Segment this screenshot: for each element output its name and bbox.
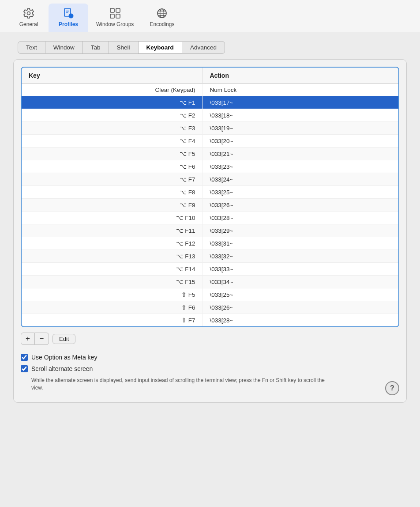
table-row[interactable]: ⇧ F7\033[28~: [22, 314, 398, 327]
toolbar-label-general: General: [19, 21, 38, 27]
table-row[interactable]: ⌥ F4\033[20~: [22, 135, 398, 148]
table-cell-key: ⇧ F7: [22, 314, 202, 327]
table-row[interactable]: ⌥ F9\033[26~: [22, 199, 398, 212]
table-cell-action: \033[26~: [202, 199, 398, 212]
table-row[interactable]: ⌥ F6\033[23~: [22, 160, 398, 173]
bottom-row: While the alternate screen is displayed,…: [21, 377, 399, 395]
svg-rect-3: [116, 8, 120, 12]
tab-text[interactable]: Text: [18, 41, 45, 54]
table-header-row: Key Action: [22, 68, 398, 84]
table-row[interactable]: ⌥ F5\033[21~: [22, 148, 398, 160]
remove-button[interactable]: −: [35, 333, 49, 345]
toolbar-label-profiles: Profiles: [59, 21, 78, 27]
tab-shell[interactable]: Shell: [109, 41, 139, 54]
toolbar-item-general[interactable]: General: [9, 4, 49, 32]
table-cell-key: ⌥ F10: [22, 212, 202, 224]
table-cell-key: ⌥ F13: [22, 250, 202, 263]
table-cell-action: \033[33~: [202, 263, 398, 276]
table-cell-key: ⌥ F1: [22, 96, 202, 109]
table-cell-action: \033[23~: [202, 160, 398, 173]
key-table-container: Key Action Clear (Keypad)Num Lock⌥ F1\03…: [21, 67, 399, 327]
table-cell-action: \033[17~: [202, 96, 398, 109]
table-row[interactable]: Clear (Keypad)Num Lock: [22, 84, 398, 96]
table-row[interactable]: ⌥ F3\033[19~: [22, 122, 398, 135]
toolbar-item-profiles[interactable]: Profiles: [49, 4, 88, 32]
table-cell-key: Clear (Keypad): [22, 84, 202, 96]
table-row[interactable]: ⌥ F8\033[25~: [22, 186, 398, 199]
table-row[interactable]: ⌥ F10\033[28~: [22, 212, 398, 224]
main-content: Text Window Tab Shell Keyboard Advanced …: [0, 32, 420, 412]
description-text: While the alternate screen is displayed,…: [31, 377, 331, 392]
meta-key-label: Use Option as Meta key: [31, 354, 97, 361]
table-cell-key: ⇧ F6: [22, 301, 202, 314]
table-cell-action: \033[21~: [202, 148, 398, 160]
toolbar-label-window-groups: Window Groups: [96, 21, 134, 27]
table-cell-action: \033[25~: [202, 186, 398, 199]
table-cell-action: \033[29~: [202, 224, 398, 237]
table-cell-action: \033[26~: [202, 301, 398, 314]
tab-keyboard[interactable]: Keyboard: [139, 41, 182, 54]
tab-tab[interactable]: Tab: [83, 41, 109, 54]
edit-button[interactable]: Edit: [52, 334, 75, 344]
table-cell-action: \033[24~: [202, 173, 398, 186]
keyboard-panel: Key Action Clear (Keypad)Num Lock⌥ F1\03…: [13, 59, 407, 403]
table-cell-key: ⌥ F5: [22, 148, 202, 160]
table-cell-action: \033[34~: [202, 276, 398, 288]
table-row[interactable]: ⌥ F11\033[29~: [22, 224, 398, 237]
table-cell-action: \033[18~: [202, 109, 398, 122]
scroll-alt-row: Scroll alternate screen: [21, 365, 399, 372]
svg-rect-5: [116, 14, 120, 18]
table-cell-key: ⌥ F2: [22, 109, 202, 122]
table-cell-action: \033[20~: [202, 135, 398, 148]
toolbar: General Profiles Window Groups Encodings: [0, 0, 420, 32]
tab-window[interactable]: Window: [45, 41, 83, 54]
toolbar-item-window-groups[interactable]: Window Groups: [88, 4, 142, 32]
toolbar-label-encodings: Encodings: [150, 21, 174, 27]
table-cell-action: \033[28~: [202, 212, 398, 224]
table-row[interactable]: ⌥ F15\033[34~: [22, 276, 398, 288]
scroll-alt-label: Scroll alternate screen: [31, 365, 93, 372]
svg-rect-4: [110, 14, 114, 18]
table-cell-action: \033[32~: [202, 250, 398, 263]
svg-rect-2: [110, 8, 114, 12]
col-header-key: Key: [22, 68, 202, 84]
table-row[interactable]: ⌥ F14\033[33~: [22, 263, 398, 276]
table-row[interactable]: ⌥ F13\033[32~: [22, 250, 398, 263]
table-cell-key: ⌥ F7: [22, 173, 202, 186]
table-row[interactable]: ⌥ F1\033[17~: [22, 96, 398, 109]
scroll-alt-checkbox[interactable]: [21, 365, 28, 372]
table-cell-key: ⌥ F14: [22, 263, 202, 276]
table-cell-action: Num Lock: [202, 84, 398, 96]
table-cell-action: \033[19~: [202, 122, 398, 135]
table-row[interactable]: ⇧ F5\033[25~: [22, 288, 398, 301]
table-row[interactable]: ⌥ F2\033[18~: [22, 109, 398, 122]
table-row[interactable]: ⌥ F12\033[31~: [22, 237, 398, 250]
table-row[interactable]: ⇧ F6\033[26~: [22, 301, 398, 314]
add-button[interactable]: +: [21, 333, 35, 345]
table-cell-key: ⌥ F3: [22, 122, 202, 135]
table-cell-key: ⌥ F4: [22, 135, 202, 148]
table-actions: + − Edit: [21, 333, 399, 345]
col-header-action: Action: [202, 68, 398, 84]
meta-key-row: Use Option as Meta key: [21, 354, 399, 361]
table-cell-key: ⌥ F15: [22, 276, 202, 288]
toolbar-item-encodings[interactable]: Encodings: [142, 4, 182, 32]
table-cell-key: ⌥ F12: [22, 237, 202, 250]
table-cell-action: \033[31~: [202, 237, 398, 250]
meta-key-checkbox[interactable]: [21, 354, 28, 361]
table-cell-key: ⌥ F6: [22, 160, 202, 173]
tab-bar: Text Window Tab Shell Keyboard Advanced: [18, 41, 407, 54]
table-cell-key: ⌥ F9: [22, 199, 202, 212]
help-button[interactable]: ?: [385, 381, 399, 395]
table-cell-key: ⌥ F8: [22, 186, 202, 199]
table-cell-key: ⇧ F5: [22, 288, 202, 301]
key-table: Key Action Clear (Keypad)Num Lock⌥ F1\03…: [22, 68, 398, 326]
table-row[interactable]: ⌥ F7\033[24~: [22, 173, 398, 186]
tab-advanced[interactable]: Advanced: [182, 41, 225, 54]
table-cell-action: \033[28~: [202, 314, 398, 327]
table-cell-key: ⌥ F11: [22, 224, 202, 237]
table-cell-action: \033[25~: [202, 288, 398, 301]
